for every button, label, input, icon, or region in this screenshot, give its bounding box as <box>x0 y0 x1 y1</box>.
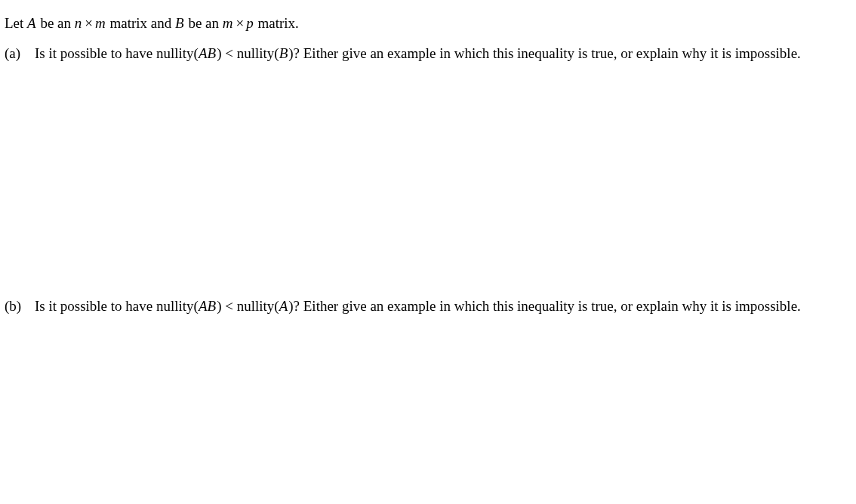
var-AB: AB <box>199 298 217 314</box>
text: ) < nullity( <box>217 45 279 61</box>
part-b: (b) Is it possible to have nullity(AB) <… <box>5 297 842 316</box>
var-m2: m <box>223 15 234 31</box>
var-A: A <box>279 298 289 314</box>
text: )? Either give an example in which this … <box>288 298 801 314</box>
var-n: n <box>75 15 83 31</box>
text: matrix and <box>106 15 175 31</box>
problem-parts: (a) Is it possible to have nullity(AB) <… <box>5 44 842 316</box>
text: be an <box>37 15 75 31</box>
problem-preamble: Let A be an n×m matrix and B be an m×p m… <box>5 14 842 33</box>
text: )? Either give an example in which this … <box>288 45 801 61</box>
text: Let <box>5 15 27 31</box>
part-b-label: (b) <box>5 297 30 316</box>
part-a-label: (a) <box>5 44 30 63</box>
times-symbol: × <box>82 15 95 31</box>
var-B: B <box>175 15 185 31</box>
text: Is it possible to have nullity( <box>35 45 199 61</box>
var-p: p <box>246 15 254 31</box>
text: be an <box>185 15 223 31</box>
part-a: (a) Is it possible to have nullity(AB) <… <box>5 44 842 63</box>
var-AB: AB <box>199 45 217 61</box>
var-B: B <box>279 45 289 61</box>
var-m: m <box>95 15 106 31</box>
text: Is it possible to have nullity( <box>35 298 199 314</box>
text: matrix. <box>254 15 299 31</box>
text: ) < nullity( <box>217 298 279 314</box>
var-A: A <box>27 15 37 31</box>
times-symbol: × <box>234 15 247 31</box>
